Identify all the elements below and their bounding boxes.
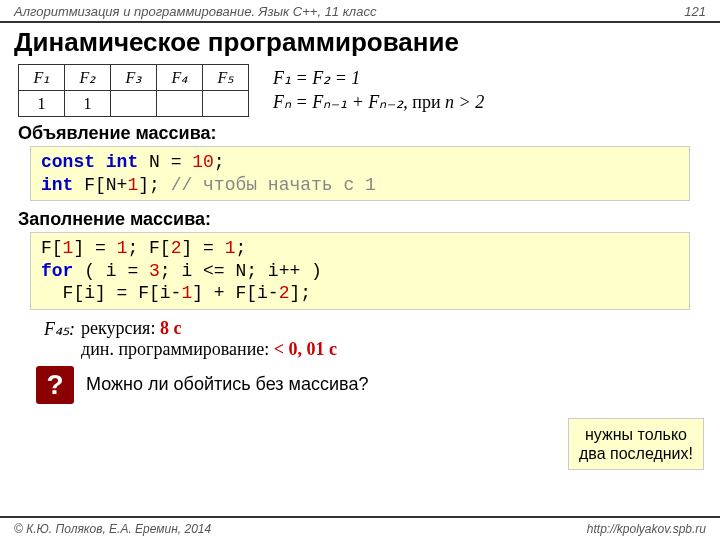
section-declare: Объявление массива: <box>18 123 702 144</box>
footer-url: http://kpolyakov.spb.ru <box>587 522 706 536</box>
page-title: Динамическое программирование <box>0 23 720 64</box>
fib-header: F₄ <box>157 65 203 91</box>
fib-header: F₂ <box>65 65 111 91</box>
fib-table: F₁ F₂ F₃ F₄ F₅ 1 1 <box>18 64 249 117</box>
fib-cell <box>157 91 203 117</box>
course-title: Алгоритмизация и программирование. Язык … <box>14 4 376 19</box>
section-fill: Заполнение массива: <box>18 209 702 230</box>
code-fill: F[1] = 1; F[2] = 1; for ( i = 3; i <= N;… <box>30 232 690 310</box>
fib-header: F₁ <box>19 65 65 91</box>
f45-label: F₄₅: <box>44 318 75 340</box>
copyright: © К.Ю. Поляков, Е.А. Еремин, 2014 <box>14 522 211 536</box>
table-row: 1 1 <box>19 91 249 117</box>
formula-base: F₁ = F₂ = 1 <box>273 67 484 90</box>
formula-rec: Fₙ = Fₙ₋₁ + Fₙ₋₂, при n > 2 <box>273 91 484 114</box>
code-declare: const int N = 10; int F[N+1]; // чтобы н… <box>30 146 690 201</box>
callout-note: нужны только два последних! <box>568 418 704 470</box>
slide-number: 121 <box>684 4 706 19</box>
question-icon: ? <box>36 366 74 404</box>
timing-compare: F₄₅: рекурсия: 8 с дин. программирование… <box>44 318 702 360</box>
fib-cell <box>111 91 157 117</box>
fib-cell: 1 <box>65 91 111 117</box>
slide-header: Алгоритмизация и программирование. Язык … <box>0 0 720 23</box>
question-text: Можно ли обойтись без массива? <box>86 374 368 395</box>
formulas: F₁ = F₂ = 1 Fₙ = Fₙ₋₁ + Fₙ₋₂, при n > 2 <box>273 67 484 114</box>
table-row: F₁ F₂ F₃ F₄ F₅ <box>19 65 249 91</box>
slide-footer: © К.Ю. Поляков, Е.А. Еремин, 2014 http:/… <box>0 516 720 540</box>
fib-header: F₅ <box>203 65 249 91</box>
fib-cell <box>203 91 249 117</box>
fib-cell: 1 <box>19 91 65 117</box>
fib-header: F₃ <box>111 65 157 91</box>
